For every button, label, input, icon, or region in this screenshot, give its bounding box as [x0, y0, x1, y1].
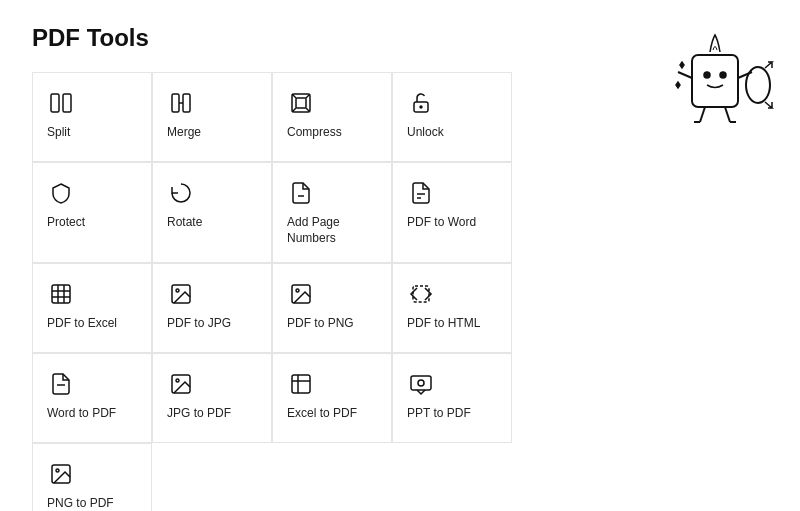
tool-card-word-to-pdf[interactable]: Word to PDF	[32, 353, 152, 443]
svg-rect-28	[292, 375, 310, 393]
tool-card-pdf-to-word[interactable]: PDF to Word	[392, 162, 512, 263]
svg-rect-2	[172, 94, 179, 112]
pdf-to-jpg-icon	[167, 280, 195, 308]
excel-to-pdf-icon	[287, 370, 315, 398]
excel-to-pdf-label: Excel to PDF	[287, 406, 357, 422]
pdf-to-excel-label: PDF to Excel	[47, 316, 117, 332]
tool-card-merge[interactable]: Merge	[152, 72, 272, 162]
svg-rect-5	[296, 98, 306, 108]
pdf-to-png-icon	[287, 280, 315, 308]
split-label: Split	[47, 125, 70, 141]
word-to-pdf-label: Word to PDF	[47, 406, 116, 422]
pdf-to-png-label: PDF to PNG	[287, 316, 354, 332]
split-icon	[47, 89, 75, 117]
merge-icon	[167, 89, 195, 117]
tool-card-protect[interactable]: Protect	[32, 162, 152, 263]
tool-card-rotate[interactable]: Rotate	[152, 162, 272, 263]
tool-card-jpg-to-pdf[interactable]: JPG to PDF	[152, 353, 272, 443]
svg-point-37	[720, 72, 726, 78]
pdf-to-jpg-label: PDF to JPG	[167, 316, 231, 332]
png-to-pdf-icon	[47, 460, 75, 488]
svg-point-36	[704, 72, 710, 78]
svg-point-21	[176, 289, 179, 292]
jpg-to-pdf-label: JPG to PDF	[167, 406, 231, 422]
svg-point-27	[176, 379, 179, 382]
svg-point-32	[418, 380, 424, 386]
svg-rect-24	[413, 286, 429, 302]
tool-card-add-page-numbers[interactable]: Add Page Numbers	[272, 162, 392, 263]
pdf-to-html-icon	[407, 280, 435, 308]
tools-grid: Split Merge Compress Unlock Protect	[32, 72, 608, 511]
svg-line-40	[700, 107, 705, 122]
unlock-icon	[407, 89, 435, 117]
tool-card-excel-to-pdf[interactable]: Excel to PDF	[272, 353, 392, 443]
pdf-to-word-icon	[407, 179, 435, 207]
merge-label: Merge	[167, 125, 201, 141]
protect-label: Protect	[47, 215, 85, 231]
page-title: PDF Tools	[32, 24, 608, 52]
svg-rect-35	[692, 55, 738, 107]
unlock-label: Unlock	[407, 125, 444, 141]
svg-rect-31	[411, 376, 431, 390]
mascot-illustration	[650, 10, 780, 140]
svg-rect-15	[52, 285, 70, 303]
svg-point-11	[420, 106, 422, 108]
svg-point-34	[56, 469, 59, 472]
tool-card-compress[interactable]: Compress	[272, 72, 392, 162]
tool-card-pdf-to-png[interactable]: PDF to PNG	[272, 263, 392, 353]
tool-card-ppt-to-pdf[interactable]: PPT to PDF	[392, 353, 512, 443]
ppt-to-pdf-label: PPT to PDF	[407, 406, 471, 422]
svg-rect-0	[51, 94, 59, 112]
word-to-pdf-icon	[47, 370, 75, 398]
add-page-numbers-label: Add Page Numbers	[287, 215, 377, 246]
jpg-to-pdf-icon	[167, 370, 195, 398]
pdf-to-html-label: PDF to HTML	[407, 316, 480, 332]
tool-card-unlock[interactable]: Unlock	[392, 72, 512, 162]
svg-line-38	[678, 72, 692, 78]
ppt-to-pdf-icon	[407, 370, 435, 398]
tool-card-pdf-to-html[interactable]: PDF to HTML	[392, 263, 512, 353]
pdf-to-excel-icon	[47, 280, 75, 308]
rotate-label: Rotate	[167, 215, 202, 231]
add-page-numbers-icon	[287, 179, 315, 207]
tool-card-png-to-pdf[interactable]: PNG to PDF	[32, 443, 152, 511]
protect-icon	[47, 179, 75, 207]
svg-rect-1	[63, 94, 71, 112]
svg-point-23	[296, 289, 299, 292]
svg-line-41	[725, 107, 730, 122]
svg-rect-3	[183, 94, 190, 112]
tool-card-split[interactable]: Split	[32, 72, 152, 162]
svg-point-44	[746, 67, 770, 103]
compress-icon	[287, 89, 315, 117]
compress-label: Compress	[287, 125, 342, 141]
tool-card-pdf-to-excel[interactable]: PDF to Excel	[32, 263, 152, 353]
rotate-icon	[167, 179, 195, 207]
tool-card-pdf-to-jpg[interactable]: PDF to JPG	[152, 263, 272, 353]
png-to-pdf-label: PNG to PDF	[47, 496, 114, 511]
pdf-to-word-label: PDF to Word	[407, 215, 476, 231]
